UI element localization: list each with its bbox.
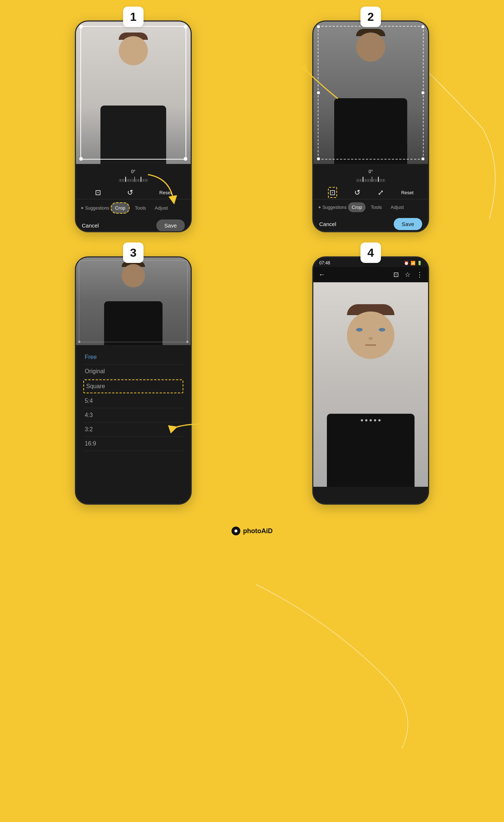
step-2-cell: 2: [259, 15, 482, 232]
suggestions-tab-2[interactable]: ✦Suggestions: [318, 205, 347, 210]
face-closeup-skin: [347, 311, 394, 359]
necklace: [361, 419, 381, 421]
crop-tab-wrapper-1: Crop: [111, 202, 130, 214]
bottom-actions-2: Cancel Save: [313, 215, 428, 232]
step-1-bottom: 0°: [76, 164, 191, 232]
step-3-phone: Free Original Square 5:4 4:3 3:2 16:9: [75, 256, 192, 505]
ratio-16-9[interactable]: 16:9: [83, 437, 183, 451]
aspect-ratio-icon[interactable]: ⊡: [95, 188, 101, 197]
nav-tabs-2: ✦Suggestions Crop Tools Adjust: [313, 199, 428, 215]
rotation-degree-1: 0°: [131, 169, 135, 174]
status-time: 07:48: [319, 260, 330, 265]
step-4-badge: 4: [360, 242, 381, 263]
tutorial-grid: 1: [22, 15, 482, 505]
logo-text: photoAiD: [243, 527, 273, 535]
step-2-wrapper: 0°: [312, 15, 429, 232]
adjust-tab-1[interactable]: Adjust: [151, 203, 172, 213]
crop-tab-2[interactable]: Crop: [348, 202, 366, 212]
rotate-icon[interactable]: ↺: [127, 188, 133, 197]
crop-tab-1[interactable]: Crop: [111, 202, 130, 214]
ratio-original[interactable]: Original: [83, 364, 183, 379]
step-1-phone: 0°: [75, 20, 192, 232]
logo-footer: photoAiD: [232, 527, 273, 535]
step-2-phone: 0°: [312, 20, 429, 232]
rotate-icon-2[interactable]: ↺: [354, 188, 360, 197]
aspect-ratio-icon-2[interactable]: ⊡: [328, 187, 337, 198]
back-icon[interactable]: ←: [318, 271, 325, 279]
aspect-ratio-icon-wrapper: ⊡: [328, 188, 337, 197]
ratio-5-4[interactable]: 5:4: [83, 394, 183, 408]
reset-button-2[interactable]: Reset: [401, 190, 413, 195]
step-4-wrapper: 07:48 ⏰ 📶 🔋 ← ⊡ ☆ ⋮: [312, 251, 429, 505]
rotation-degree-2: 0°: [369, 169, 373, 174]
more-icon[interactable]: ⋮: [416, 271, 423, 279]
crop-corner-br: [184, 157, 187, 161]
ratio-3-2[interactable]: 3:2: [83, 423, 183, 437]
ratio-4-3[interactable]: 4:3: [83, 408, 183, 423]
ruler-line-2: [317, 176, 424, 183]
step-2-bottom: 0°: [313, 164, 428, 232]
adjust-tab-2[interactable]: Adjust: [387, 202, 408, 212]
browser-right-icons: ⊡ ☆ ⋮: [393, 271, 423, 279]
step-1-cell: 1: [22, 15, 245, 232]
face-area: [115, 33, 152, 76]
step-2-photo-area: [313, 22, 428, 164]
logo-icon: [232, 527, 240, 535]
rotation-ruler-1: 0°: [76, 168, 191, 186]
toolbar-icons-2: ⊡ ↺ ⤢ Reset: [313, 186, 428, 199]
browser-bar: ← ⊡ ☆ ⋮: [313, 267, 428, 282]
save-button-1[interactable]: Save: [156, 219, 185, 232]
cancel-button-1[interactable]: Cancel: [82, 222, 99, 229]
nav-tabs-1: ✦Suggestions Crop Tools Adjust: [76, 199, 191, 217]
rotation-ruler-2: 0°: [313, 168, 428, 186]
cancel-button-2[interactable]: Cancel: [319, 221, 336, 227]
torso-closeup: [327, 414, 415, 487]
crop-overlay-3: [79, 260, 188, 342]
crop-corner-bl: [79, 157, 83, 161]
suggestions-tab-1[interactable]: ✦Suggestions: [80, 206, 109, 211]
expand-icon-2[interactable]: ⤢: [378, 188, 384, 197]
page-wrapper: 1: [0, 0, 504, 822]
step-4-photo-result: [313, 282, 428, 487]
face: [119, 36, 148, 65]
bottom-actions-1: Cancel Save: [76, 217, 191, 232]
alarm-icon: ⏰: [404, 261, 409, 265]
ruler-ticks-2: [356, 177, 385, 182]
torso: [100, 106, 166, 164]
face-closeup: [341, 304, 400, 377]
step-2-badge: 2: [360, 7, 381, 27]
step-4-phone: 07:48 ⏰ 📶 🔋 ← ⊡ ☆ ⋮: [312, 256, 429, 505]
cast-icon[interactable]: ⊡: [393, 271, 399, 279]
step-1-wrapper: 0°: [75, 15, 192, 232]
step-3-portrait: [76, 257, 191, 345]
crop-overlay-2: [318, 26, 424, 160]
ratio-free[interactable]: Free: [83, 350, 183, 364]
ruler-ticks-1: [119, 177, 148, 182]
tools-tab-2[interactable]: Tools: [367, 202, 385, 212]
reset-button-1[interactable]: Reset: [159, 190, 172, 195]
step-3-photo-area: [76, 257, 191, 345]
step-2-portrait: [313, 22, 428, 164]
step-3-badge: 3: [123, 242, 144, 263]
crop-corner-tl: [79, 25, 83, 28]
toolbar-icons-1: ⊡ ↺ Reset: [76, 186, 191, 199]
status-icons: ⏰ 📶 🔋: [404, 261, 422, 265]
step-3-wrapper: Free Original Square 5:4 4:3 3:2 16:9: [75, 251, 192, 505]
ratio-square[interactable]: Square: [83, 379, 183, 393]
ruler-line-1: [80, 176, 187, 183]
result-portrait: [313, 282, 428, 487]
wifi-icon: 📶: [411, 261, 416, 265]
battery-icon: 🔋: [417, 261, 422, 265]
step-1-portrait: [76, 22, 191, 164]
step-3-cell: 3: [22, 251, 245, 505]
star-icon[interactable]: ☆: [405, 271, 411, 279]
crop-corner-tr: [184, 25, 187, 28]
save-button-2[interactable]: Save: [394, 218, 422, 230]
tools-tab-1[interactable]: Tools: [131, 203, 149, 213]
step-1-photo-area: [76, 22, 191, 164]
step-4-cell: 4 07:48 ⏰ 📶 🔋 ←: [259, 251, 482, 505]
ratio-list: Free Original Square 5:4 4:3 3:2 16:9: [76, 345, 191, 456]
step-1-badge: 1: [123, 7, 144, 27]
